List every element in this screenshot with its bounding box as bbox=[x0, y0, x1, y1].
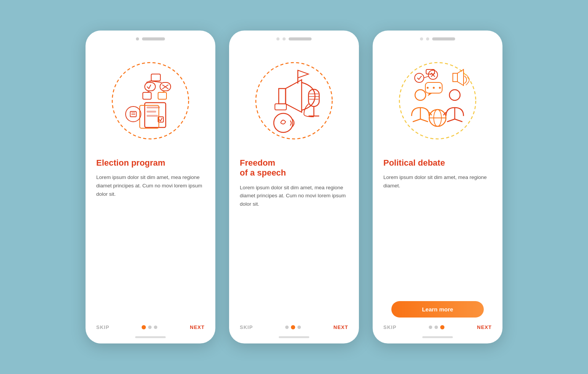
next-button-2[interactable]: NEXT bbox=[333, 324, 348, 330]
svg-rect-19 bbox=[143, 92, 151, 99]
svg-point-23 bbox=[256, 63, 332, 139]
camera-dot-2 bbox=[276, 37, 279, 40]
phone-freedom-of-speech: Freedom of a speech Lorem ipsum dolor si… bbox=[229, 31, 359, 343]
dot-1 bbox=[285, 326, 289, 329]
phone-title-3: Political debate bbox=[383, 158, 492, 168]
skip-button-1[interactable]: SKIP bbox=[96, 324, 109, 330]
dot-1 bbox=[429, 326, 432, 329]
camera-dot bbox=[136, 37, 139, 40]
dot-2 bbox=[148, 326, 152, 329]
home-bar-3 bbox=[422, 336, 453, 338]
phone-content-2: Freedom of a speech Lorem ipsum dolor si… bbox=[229, 154, 359, 319]
page-dots-1 bbox=[142, 325, 157, 329]
phone-content-1: Election program Lorem ipsum dolor sit d… bbox=[86, 154, 215, 319]
home-bar-2 bbox=[279, 336, 309, 338]
svg-point-53 bbox=[439, 87, 441, 89]
svg-point-35 bbox=[274, 113, 293, 132]
camera-dot-3 bbox=[283, 37, 286, 40]
svg-point-52 bbox=[433, 87, 435, 89]
phone-content-3: Political debate Lorem ipsum dolor sit d… bbox=[373, 154, 502, 319]
illustration-debate bbox=[388, 47, 487, 154]
learn-more-button[interactable]: Learn more bbox=[391, 301, 483, 318]
dot-2 bbox=[435, 326, 438, 329]
camera-dot-4 bbox=[420, 37, 423, 40]
svg-rect-8 bbox=[130, 111, 136, 117]
svg-rect-3 bbox=[147, 111, 156, 113]
svg-line-58 bbox=[424, 76, 428, 78]
dot-3 bbox=[154, 326, 157, 329]
svg-marker-28 bbox=[298, 70, 309, 78]
phone-top-bar-1 bbox=[86, 31, 215, 44]
phone-title-2: Freedom of a speech bbox=[240, 158, 348, 178]
next-button-3[interactable]: NEXT bbox=[477, 324, 492, 330]
skip-button-2[interactable]: SKIP bbox=[240, 324, 253, 330]
phone-body-1: Lorem ipsum dolor sit dim amet, mea regi… bbox=[96, 173, 205, 319]
svg-point-54 bbox=[415, 73, 424, 82]
svg-marker-25 bbox=[286, 80, 302, 112]
phone-body-2: Lorem ipsum dolor sit dim amet, mea regi… bbox=[240, 184, 348, 319]
svg-rect-15 bbox=[151, 74, 160, 81]
dot-2-active bbox=[291, 325, 295, 329]
next-button-1[interactable]: NEXT bbox=[190, 324, 205, 330]
svg-rect-26 bbox=[275, 104, 286, 110]
svg-rect-2 bbox=[147, 106, 160, 108]
svg-line-39 bbox=[413, 119, 420, 122]
speaker-pill-2 bbox=[289, 37, 312, 40]
phone-bottom-2: SKIP NEXT bbox=[229, 319, 359, 334]
svg-marker-62 bbox=[457, 69, 464, 85]
illustration-election bbox=[101, 47, 200, 154]
phone-top-bar-2 bbox=[229, 31, 359, 44]
svg-point-51 bbox=[427, 87, 429, 89]
phone-bottom-3: SKIP NEXT bbox=[373, 319, 502, 334]
svg-marker-61 bbox=[453, 73, 457, 82]
page-dots-2 bbox=[285, 325, 301, 329]
election-svg bbox=[108, 59, 192, 143]
svg-point-41 bbox=[449, 90, 460, 100]
speaker-pill bbox=[142, 37, 165, 40]
speaker-pill-3 bbox=[432, 37, 455, 40]
dot-3 bbox=[297, 326, 301, 329]
phone-bottom-1: SKIP NEXT bbox=[86, 319, 215, 334]
svg-rect-20 bbox=[158, 92, 166, 99]
home-bar-1 bbox=[135, 336, 166, 338]
page-dots-3 bbox=[429, 325, 444, 329]
svg-point-7 bbox=[126, 106, 141, 122]
svg-line-40 bbox=[420, 119, 428, 122]
svg-point-37 bbox=[415, 90, 426, 100]
svg-rect-4 bbox=[147, 115, 158, 117]
phone-body-3: Lorem ipsum dolor sit dim amet, mea regi… bbox=[383, 173, 492, 294]
svg-line-44 bbox=[455, 119, 462, 122]
phone-title-1: Election program bbox=[96, 158, 205, 168]
svg-marker-24 bbox=[279, 89, 286, 104]
speech-svg bbox=[252, 59, 336, 143]
phone-election-program: Election program Lorem ipsum dolor sit d… bbox=[86, 31, 215, 343]
illustration-speech bbox=[244, 47, 344, 154]
svg-line-43 bbox=[447, 119, 455, 122]
phone-top-bar-3 bbox=[373, 31, 502, 44]
camera-dot-5 bbox=[426, 37, 429, 40]
dot-3-active bbox=[440, 325, 444, 329]
phone-political-debate: Political debate Lorem ipsum dolor sit d… bbox=[373, 31, 502, 343]
debate-svg bbox=[396, 59, 480, 143]
phones-container: Election program Lorem ipsum dolor sit d… bbox=[86, 31, 502, 343]
skip-button-3[interactable]: SKIP bbox=[383, 324, 396, 330]
dot-1-active bbox=[142, 325, 146, 329]
